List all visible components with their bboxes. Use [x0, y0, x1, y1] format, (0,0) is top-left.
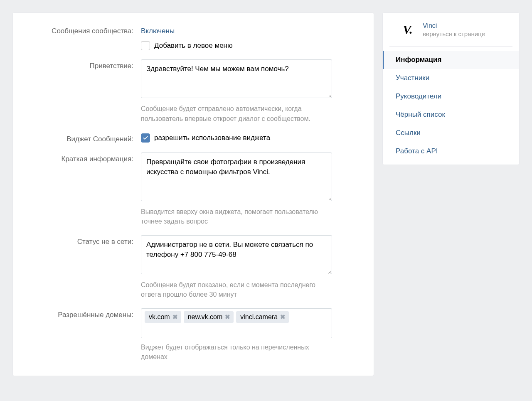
remove-domain-icon[interactable]: ✖: [172, 313, 178, 321]
remove-domain-icon[interactable]: ✖: [280, 313, 286, 321]
allowed-domains-hint: Виджет будет отображаться только на пере…: [141, 342, 332, 362]
sidebar-nav: Информация Участники Руководители Чёрный…: [383, 47, 519, 165]
allowed-domains-input[interactable]: vk.com ✖ new.vk.com ✖ vinci.camera ✖: [141, 308, 332, 338]
community-avatar: V.: [399, 20, 417, 39]
nav-item-links[interactable]: Ссылки: [383, 124, 519, 142]
remove-domain-icon[interactable]: ✖: [225, 313, 230, 321]
short-info-label: Краткая информация:: [25, 153, 133, 163]
nav-item-information[interactable]: Информация: [383, 51, 519, 69]
offline-status-textarea[interactable]: Администратор не в сети. Вы можете связа…: [141, 235, 332, 274]
messages-status-link[interactable]: Включены: [141, 25, 175, 35]
nav-item-blacklist[interactable]: Чёрный список: [383, 106, 519, 124]
settings-form: Сообщения сообщества: Включены Добавить …: [12, 12, 374, 376]
short-info-hint: Выводится вверху окна виджета, помогает …: [141, 207, 332, 226]
add-to-left-menu-checkbox[interactable]: [141, 41, 150, 50]
offline-status-hint: Сообщение будет показано, если с момента…: [141, 280, 332, 299]
short-info-textarea[interactable]: Превращайте свои фотографии в произведен…: [141, 153, 332, 201]
domain-tag: new.vk.com ✖: [184, 311, 234, 323]
domain-tag-label: vk.com: [149, 313, 170, 321]
nav-item-managers[interactable]: Руководители: [383, 87, 519, 106]
allow-widget-label: разрешить использование виджета: [154, 134, 270, 142]
nav-item-members[interactable]: Участники: [383, 69, 519, 87]
domain-tag-label: vinci.camera: [240, 313, 278, 321]
offline-status-label: Статус не в сети:: [25, 235, 133, 246]
domain-tag: vinci.camera ✖: [236, 311, 289, 323]
add-to-left-menu-label: Добавить в левое меню: [154, 42, 233, 50]
community-header[interactable]: V. Vinci вернуться к странице: [389, 13, 512, 47]
allow-widget-checkbox[interactable]: [141, 133, 150, 143]
domain-tag-label: new.vk.com: [188, 313, 223, 321]
greeting-hint: Сообщение будет отправлено автоматически…: [141, 104, 332, 123]
allowed-domains-label: Разрешённые домены:: [25, 308, 133, 319]
nav-item-api[interactable]: Работа с API: [383, 142, 519, 160]
community-name: Vinci: [423, 22, 485, 30]
greeting-textarea[interactable]: Здравствуйте! Чем мы можем вам помочь?: [141, 59, 332, 98]
messages-label: Сообщения сообщества:: [25, 25, 133, 35]
greeting-label: Приветствие:: [25, 59, 133, 70]
sidebar: V. Vinci вернуться к странице Информация…: [382, 12, 520, 165]
domain-tag: vk.com ✖: [145, 311, 181, 323]
widget-label: Виджет Сообщений:: [25, 133, 133, 143]
back-to-page-link[interactable]: вернуться к странице: [423, 30, 485, 37]
